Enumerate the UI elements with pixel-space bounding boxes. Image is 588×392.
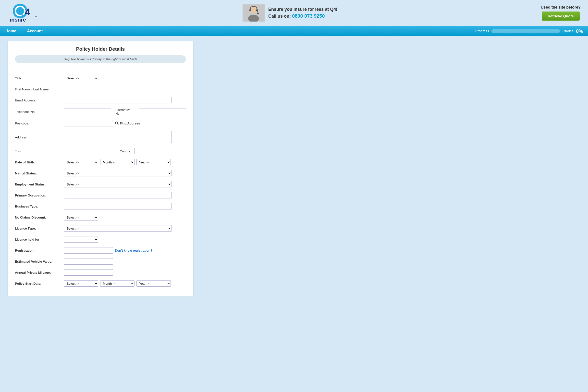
alt-no-input[interactable] bbox=[139, 108, 186, 115]
nav-home[interactable]: Home bbox=[0, 26, 22, 36]
licence-type-select[interactable]: Select -> Full UKProvisionalInternationa… bbox=[64, 225, 172, 232]
est-value-row: Estimated Vehicle Value: bbox=[15, 256, 186, 264]
licence-held-row: Licence held for: Less than 1 year1-2 ye… bbox=[15, 234, 186, 242]
primary-occ-label: Primary Occupation: bbox=[15, 194, 64, 197]
quotes-pct: 0% bbox=[576, 28, 583, 34]
policy-start-day-select[interactable]: Select -> bbox=[64, 280, 98, 287]
town-input[interactable] bbox=[64, 148, 113, 154]
svg-text:insure: insure bbox=[10, 17, 26, 23]
town-label: Town: bbox=[15, 150, 64, 153]
no-claims-label: No Claims Discount: bbox=[15, 216, 64, 219]
postcode-input[interactable] bbox=[64, 120, 113, 126]
used-site-text: Used the site before? bbox=[541, 5, 581, 10]
logo-area: 4 insure ™ bbox=[7, 2, 39, 23]
main-content: Policy Holder Details Help text boxes wi… bbox=[0, 36, 201, 302]
business-type-controls bbox=[64, 203, 186, 210]
licence-type-row: Licence Type: Select -> Full UKProvision… bbox=[15, 223, 186, 232]
est-value-label: Estimated Vehicle Value: bbox=[15, 260, 64, 264]
dob-controls: Select -> Month -> JanuaryFebruaryMarch … bbox=[64, 159, 186, 166]
registration-label: Registration: bbox=[15, 249, 64, 252]
primary-occ-input[interactable] bbox=[64, 192, 172, 198]
svg-point-2 bbox=[16, 7, 24, 15]
policy-start-year-select[interactable]: Year -> bbox=[136, 280, 171, 287]
progress-area: Progress Quotes 0% bbox=[475, 28, 588, 34]
dob-row: Date of Birth: Select -> Month -> Januar… bbox=[15, 157, 186, 166]
title-controls: Select -> Mr Mrs Miss Ms Dr bbox=[64, 75, 186, 81]
est-value-input[interactable] bbox=[64, 258, 113, 264]
header-right: Used the site before? Retrieve Quote bbox=[541, 5, 581, 20]
quotes-label: Quotes bbox=[562, 29, 574, 33]
telephone-controls: Alternative No. bbox=[64, 108, 186, 116]
form-title: Policy Holder Details bbox=[15, 46, 186, 52]
telephone-input[interactable] bbox=[64, 108, 111, 115]
email-row: Email Address: bbox=[15, 95, 186, 104]
marital-label: Marital Status: bbox=[15, 172, 64, 175]
policy-start-label: Policy Start Date: bbox=[15, 282, 64, 286]
header-call: Call us on: 0800 073 9250 bbox=[268, 12, 337, 19]
telephone-label: Telephone No. bbox=[15, 110, 64, 114]
email-controls bbox=[64, 97, 186, 104]
licence-held-select[interactable]: Less than 1 year1-2 years 3-4 years5+ ye… bbox=[64, 236, 98, 242]
business-type-row: Business Type: bbox=[15, 201, 186, 210]
policy-start-month-select[interactable]: Month -> JanuaryFebruaryMarch AprilMayJu… bbox=[100, 280, 134, 287]
county-label: County: bbox=[120, 150, 131, 153]
header-center: Ensure you insure for less at Q4! Call u… bbox=[242, 4, 337, 22]
town-controls: County: bbox=[64, 148, 186, 154]
policy-start-row: Policy Start Date: Select -> Month -> Ja… bbox=[15, 278, 186, 287]
dob-day-select[interactable]: Select -> bbox=[64, 159, 98, 166]
svg-text:4: 4 bbox=[25, 7, 30, 17]
address-controls bbox=[64, 131, 186, 143]
retrieve-quote-button[interactable]: Retrieve Quote bbox=[542, 12, 580, 20]
registration-input[interactable] bbox=[64, 247, 113, 254]
primary-occ-row: Primary Occupation: bbox=[15, 190, 186, 198]
find-address-button[interactable]: Find Address bbox=[115, 121, 140, 125]
header-tagline: Ensure you insure for less at Q4! bbox=[268, 6, 337, 12]
primary-occ-controls bbox=[64, 192, 186, 198]
licence-type-controls: Select -> Full UKProvisionalInternationa… bbox=[64, 225, 186, 232]
business-type-input[interactable] bbox=[64, 203, 172, 210]
annual-mileage-label: Annual Private Mileage: bbox=[15, 271, 64, 274]
last-name-input[interactable] bbox=[115, 86, 164, 92]
telephone-row: Telephone No. Alternative No. bbox=[15, 106, 186, 116]
business-type-label: Business Type: bbox=[15, 204, 64, 208]
marital-select[interactable]: Select -> SingleMarriedDivorced WidowedC… bbox=[64, 170, 172, 176]
name-controls bbox=[64, 86, 186, 92]
dob-month-select[interactable]: Month -> JanuaryFebruaryMarch AprilMayJu… bbox=[100, 159, 134, 166]
employment-label: Employment Status: bbox=[15, 182, 64, 186]
address-label: Address: bbox=[15, 136, 64, 139]
county-input[interactable] bbox=[134, 148, 183, 154]
annual-mileage-controls bbox=[64, 269, 186, 276]
employment-select[interactable]: Select -> EmployedSelf-EmployedRetired U… bbox=[64, 181, 172, 188]
no-claims-row: No Claims Discount: Select -> 0 years1 y… bbox=[15, 212, 186, 220]
address-row: Address: bbox=[15, 129, 186, 143]
name-row: First Name / Last Name: bbox=[15, 84, 186, 92]
title-row: Title: Select -> Mr Mrs Miss Ms Dr bbox=[15, 73, 186, 81]
help-text: Help text boxes will display to the righ… bbox=[15, 55, 186, 63]
nav-account[interactable]: Account bbox=[22, 26, 48, 36]
header: 4 insure ™ Ensu bbox=[0, 0, 588, 26]
dob-year-select[interactable]: Year -> bbox=[136, 159, 171, 166]
annual-mileage-row: Annual Private Mileage: bbox=[15, 267, 186, 276]
first-name-input[interactable] bbox=[64, 86, 113, 92]
navbar: Home Account Progress Quotes 0% bbox=[0, 26, 588, 36]
svg-text:™: ™ bbox=[35, 16, 37, 18]
search-icon bbox=[115, 121, 119, 125]
header-tagline-block: Ensure you insure for less at Q4! Call u… bbox=[268, 6, 337, 19]
postcode-label: Postcode: bbox=[15, 122, 64, 125]
agent-image bbox=[242, 4, 264, 22]
policy-start-controls: Select -> Month -> JanuaryFebruaryMarch … bbox=[64, 280, 186, 287]
registration-row: Registration: Don't know registration? bbox=[15, 245, 186, 254]
no-claims-select[interactable]: Select -> 0 years1 year2 years 3 years4 … bbox=[64, 214, 98, 220]
annual-mileage-input[interactable] bbox=[64, 269, 113, 276]
no-claims-controls: Select -> 0 years1 year2 years 3 years4 … bbox=[64, 214, 186, 220]
employment-controls: Select -> EmployedSelf-EmployedRetired U… bbox=[64, 181, 186, 188]
progress-label: Progress bbox=[475, 29, 489, 33]
address-textarea[interactable] bbox=[64, 131, 172, 143]
dont-know-reg-link[interactable]: Don't know registration? bbox=[115, 249, 152, 252]
header-phone: 0800 073 9250 bbox=[292, 13, 324, 18]
name-label: First Name / Last Name: bbox=[15, 88, 64, 91]
title-select[interactable]: Select -> Mr Mrs Miss Ms Dr bbox=[64, 75, 98, 81]
email-label: Email Address: bbox=[15, 98, 64, 102]
email-input[interactable] bbox=[64, 97, 172, 104]
dob-label: Date of Birth: bbox=[15, 160, 64, 164]
